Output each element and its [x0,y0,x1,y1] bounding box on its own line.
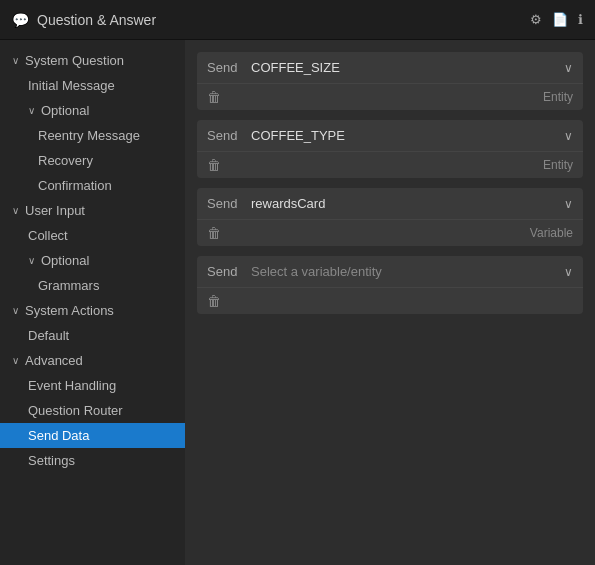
chevron-down-icon[interactable]: ∨ [564,61,573,75]
send-action-row-2: 🗑Entity [197,152,583,178]
send-action-row-3: 🗑Variable [197,220,583,246]
sidebar-item-optional-2[interactable]: ∨Optional [0,248,185,273]
send-row-3[interactable]: SendrewardsCard∨ [197,188,583,220]
send-label: Send [207,60,243,75]
sidebar-item-label: Default [28,328,69,343]
app-header: 💬 Question & Answer ⚙ 📄 ℹ [0,0,595,40]
chevron-down-icon[interactable]: ∨ [564,129,573,143]
send-row-1[interactable]: SendCOFFEE_SIZE∨ [197,52,583,84]
sidebar-item-advanced[interactable]: ∨Advanced [0,348,185,373]
sidebar-item-label: Initial Message [28,78,115,93]
chevron-icon: ∨ [28,105,35,116]
send-label: Send [207,264,243,279]
sidebar-item-confirmation[interactable]: Confirmation [0,173,185,198]
sidebar-item-label: Question Router [28,403,123,418]
sidebar-item-label: Recovery [38,153,93,168]
app-title: Question & Answer [37,12,156,28]
sidebar-item-label: System Question [25,53,124,68]
sidebar-item-label: System Actions [25,303,114,318]
sidebar-item-question-router[interactable]: Question Router [0,398,185,423]
send-row-4[interactable]: SendSelect a variable/entity∨ [197,256,583,288]
sidebar-item-label: Advanced [25,353,83,368]
chat-icon: 💬 [12,12,29,28]
sidebar-item-label: Confirmation [38,178,112,193]
sidebar-item-label: Collect [28,228,68,243]
sidebar-item-label: Grammars [38,278,99,293]
chevron-down-icon[interactable]: ∨ [564,197,573,211]
send-value: rewardsCard [251,196,556,211]
send-value: Select a variable/entity [251,264,556,279]
chevron-icon: ∨ [28,255,35,266]
sidebar-item-collect[interactable]: Collect [0,223,185,248]
sidebar-item-label: Optional [41,253,89,268]
sidebar-item-send-data[interactable]: Send Data [0,423,185,448]
sidebar-item-initial-message[interactable]: Initial Message [0,73,185,98]
info-icon[interactable]: ℹ [578,12,583,27]
type-badge: Entity [543,90,573,104]
send-label: Send [207,128,243,143]
sidebar-item-label: Event Handling [28,378,116,393]
sidebar-item-default[interactable]: Default [0,323,185,348]
chevron-icon: ∨ [12,55,19,66]
trash-icon[interactable]: 🗑 [207,225,221,241]
sidebar: ∨System QuestionInitial Message∨Optional… [0,40,185,565]
chevron-icon: ∨ [12,305,19,316]
send-value: COFFEE_TYPE [251,128,556,143]
trash-icon[interactable]: 🗑 [207,157,221,173]
send-block-2: SendCOFFEE_TYPE∨🗑Entity [197,120,583,178]
content-area: SendCOFFEE_SIZE∨🗑EntitySendCOFFEE_TYPE∨🗑… [185,40,595,565]
sidebar-item-event-handling[interactable]: Event Handling [0,373,185,398]
send-value: COFFEE_SIZE [251,60,556,75]
main-layout: ∨System QuestionInitial Message∨Optional… [0,40,595,565]
type-badge: Entity [543,158,573,172]
sidebar-item-label: Optional [41,103,89,118]
settings-icon[interactable]: ⚙ [530,12,542,27]
header-title-group: 💬 Question & Answer [12,12,156,28]
type-badge: Variable [530,226,573,240]
sidebar-item-label: Settings [28,453,75,468]
sidebar-item-system-question[interactable]: ∨System Question [0,48,185,73]
send-block-1: SendCOFFEE_SIZE∨🗑Entity [197,52,583,110]
sidebar-item-recovery[interactable]: Recovery [0,148,185,173]
chevron-icon: ∨ [12,205,19,216]
send-row-2[interactable]: SendCOFFEE_TYPE∨ [197,120,583,152]
sidebar-item-user-input[interactable]: ∨User Input [0,198,185,223]
trash-icon[interactable]: 🗑 [207,89,221,105]
sidebar-item-label: Reentry Message [38,128,140,143]
chevron-down-icon[interactable]: ∨ [564,265,573,279]
sidebar-item-label: Send Data [28,428,89,443]
sidebar-item-settings[interactable]: Settings [0,448,185,473]
sidebar-item-label: User Input [25,203,85,218]
send-block-3: SendrewardsCard∨🗑Variable [197,188,583,246]
trash-icon[interactable]: 🗑 [207,293,221,309]
chevron-icon: ∨ [12,355,19,366]
header-icons-group: ⚙ 📄 ℹ [530,12,583,27]
document-icon[interactable]: 📄 [552,12,568,27]
sidebar-item-system-actions[interactable]: ∨System Actions [0,298,185,323]
sidebar-item-grammars[interactable]: Grammars [0,273,185,298]
send-block-4: SendSelect a variable/entity∨🗑 [197,256,583,314]
send-label: Send [207,196,243,211]
sidebar-item-optional-1[interactable]: ∨Optional [0,98,185,123]
send-action-row-4: 🗑 [197,288,583,314]
send-action-row-1: 🗑Entity [197,84,583,110]
sidebar-item-reentry-message[interactable]: Reentry Message [0,123,185,148]
